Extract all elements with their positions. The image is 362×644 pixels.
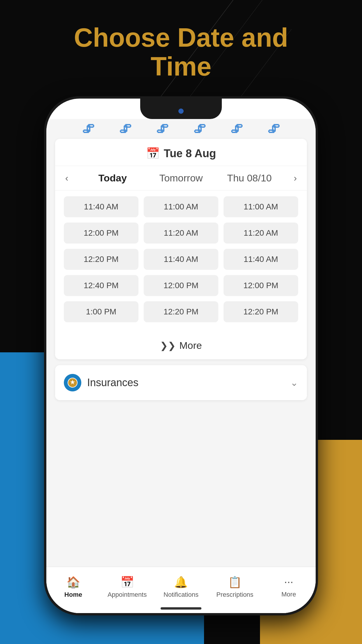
slot-2-3[interactable]: 11:20 AM	[224, 223, 298, 244]
slot-5-1[interactable]: 1:00 PM	[64, 301, 138, 322]
bottom-nav: 🏠 Home 📅 Appointments 🔔 Notifications 📋 …	[46, 567, 316, 613]
phone-frame: 🖇 🖇 🖇 🖇 🖇 🖇 📅 Tue 8 Aug ‹ Today	[44, 96, 318, 615]
insurances-expand-icon: ⌄	[290, 377, 298, 388]
more-button[interactable]: ❯❯ More	[55, 333, 307, 359]
slot-4-2[interactable]: 12:00 PM	[144, 275, 218, 296]
insurances-label: Insurances	[87, 377, 138, 389]
tabs-container: Today Tomorrow Thu 08/10	[78, 166, 284, 190]
next-arrow[interactable]: ›	[284, 166, 307, 190]
prev-arrow[interactable]: ‹	[55, 166, 78, 190]
tab-thu[interactable]: Thu 08/10	[215, 166, 284, 190]
nav-more-label: More	[282, 591, 296, 598]
tab-tomorrow[interactable]: Tomorrow	[147, 166, 215, 190]
more-chevrons-icon: ❯❯	[160, 340, 176, 351]
clip-1: 🖇	[82, 122, 94, 136]
slot-5-3[interactable]: 12:20 PM	[224, 301, 298, 322]
time-row-5: 1:00 PM 12:20 PM 12:20 PM	[64, 301, 298, 322]
nav-home-label: Home	[64, 591, 82, 598]
slot-4-1[interactable]: 12:40 PM	[64, 275, 138, 296]
nav-appointments-label: Appointments	[108, 591, 147, 598]
more-label: More	[179, 340, 202, 351]
time-row-3: 12:20 PM 11:40 AM 11:40 AM	[64, 249, 298, 270]
slot-3-3[interactable]: 11:40 AM	[224, 249, 298, 270]
time-row-1: 11:40 AM 11:00 AM 11:00 AM	[64, 196, 298, 217]
time-slots: 11:40 AM 11:00 AM 11:00 AM 12:00 PM 11:2…	[55, 190, 307, 333]
notifications-icon: 🔔	[174, 576, 188, 589]
nav-more[interactable]: ··· More	[262, 573, 316, 601]
nav-appointments[interactable]: 📅 Appointments	[100, 573, 154, 601]
binder-clips: 🖇 🖇 🖇 🖇 🖇 🖇	[46, 122, 316, 136]
phone-inner: 🖇 🖇 🖇 🖇 🖇 🖇 📅 Tue 8 Aug ‹ Today	[46, 99, 316, 613]
page-title-text: Choose Date and Time	[0, 23, 362, 81]
phone-notch	[140, 99, 222, 119]
home-indicator	[161, 607, 201, 610]
nav-prescriptions[interactable]: 📋 Prescriptions	[208, 573, 262, 601]
nav-home[interactable]: 🏠 Home	[46, 573, 100, 601]
notch-camera	[178, 108, 184, 114]
insurances-card[interactable]: Insurances ⌄	[55, 365, 307, 400]
nav-notifications[interactable]: 🔔 Notifications	[154, 573, 208, 601]
slot-3-1[interactable]: 12:20 PM	[64, 249, 138, 270]
date-header: 📅 Tue 8 Aug	[55, 139, 307, 166]
prescriptions-icon: 📋	[228, 576, 242, 589]
phone-content: 🖇 🖇 🖇 🖇 🖇 🖇 📅 Tue 8 Aug ‹ Today	[46, 119, 316, 613]
nav-prescriptions-label: Prescriptions	[216, 591, 253, 598]
slot-1-1[interactable]: 11:40 AM	[64, 196, 138, 217]
time-row-2: 12:00 PM 11:20 AM 11:20 AM	[64, 223, 298, 244]
slot-3-2[interactable]: 11:40 AM	[144, 249, 218, 270]
slot-4-3[interactable]: 12:00 PM	[224, 275, 298, 296]
tab-today[interactable]: Today	[78, 166, 147, 190]
appointments-icon: 📅	[120, 576, 134, 589]
insurances-left: Insurances	[64, 374, 138, 391]
clip-5: 🖇	[231, 122, 243, 136]
current-date: Tue 8 Aug	[164, 147, 216, 160]
home-icon: 🏠	[66, 576, 80, 589]
slot-1-2[interactable]: 11:00 AM	[144, 196, 218, 217]
calendar-card: 📅 Tue 8 Aug ‹ Today Tomorrow Thu 08/10 ›	[55, 139, 307, 359]
insurance-icon	[64, 374, 81, 391]
calendar-icon: 📅	[146, 147, 160, 160]
day-tabs: ‹ Today Tomorrow Thu 08/10 ›	[55, 166, 307, 190]
nav-notifications-label: Notifications	[164, 591, 198, 598]
slot-1-3[interactable]: 11:00 AM	[224, 196, 298, 217]
slot-2-1[interactable]: 12:00 PM	[64, 223, 138, 244]
clip-6: 🖇	[268, 122, 280, 136]
time-row-4: 12:40 PM 12:00 PM 12:00 PM	[64, 275, 298, 296]
page-header: Choose Date and Time	[0, 23, 362, 81]
clip-3: 🖇	[156, 122, 168, 136]
clip-2: 🖇	[119, 122, 131, 136]
slot-5-2[interactable]: 12:20 PM	[144, 301, 218, 322]
more-dots-icon: ···	[284, 576, 294, 588]
slot-2-2[interactable]: 11:20 AM	[144, 223, 218, 244]
clip-4: 🖇	[194, 122, 206, 136]
